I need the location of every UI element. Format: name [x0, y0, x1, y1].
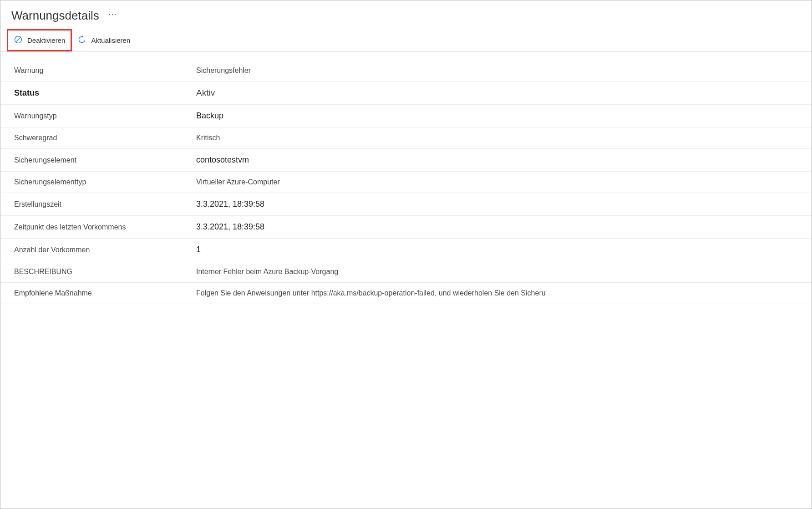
detail-label: Erstellungszeit [14, 200, 196, 209]
deactivate-label: Deaktivieren [27, 36, 65, 44]
detail-label: Warnung [14, 66, 196, 75]
detail-row: WarnungSicherungsfehler [0, 60, 812, 81]
detail-label: Status [14, 88, 196, 98]
detail-row: SchweregradKritisch [0, 127, 812, 149]
detail-row: Empfohlene MaßnahmeFolgen Sie den Anweis… [0, 283, 812, 304]
detail-value: contosotestvm [196, 155, 249, 165]
refresh-button[interactable]: Aktualisieren [72, 31, 136, 50]
page-title: Warnungsdetails [11, 9, 99, 23]
details-list: WarnungSicherungsfehlerStatusAktivWarnun… [0, 52, 812, 304]
more-options-button[interactable]: ··· [108, 10, 118, 19]
detail-label: Sicherungselementtyp [14, 178, 196, 186]
detail-value: Folgen Sie den Anweisungen unter https:/… [196, 289, 546, 297]
detail-label: Schweregrad [14, 134, 196, 142]
detail-value: 3.3.2021, 18:39:58 [196, 199, 264, 209]
detail-label: Sicherungselement [14, 156, 196, 164]
detail-label: BESCHREIBUNG [14, 268, 196, 276]
deactivate-button[interactable]: Deaktivieren [7, 29, 72, 51]
panel-header: Warnungsdetails ··· [0, 0, 812, 26]
detail-value: Sicherungsfehler [196, 66, 251, 75]
detail-label: Warnungstyp [14, 112, 196, 120]
refresh-label: Aktualisieren [91, 36, 130, 44]
detail-row: Anzahl der Vorkommen1 [0, 239, 812, 261]
refresh-icon [77, 35, 86, 46]
detail-label: Anzahl der Vorkommen [14, 246, 196, 254]
detail-row: Zeitpunkt des letzten Vorkommens3.3.2021… [0, 216, 812, 239]
detail-row: WarnungstypBackup [0, 105, 812, 127]
detail-value: Interner Fehler beim Azure Backup-Vorgan… [196, 268, 338, 276]
detail-value: Backup [196, 111, 223, 121]
svg-line-1 [16, 37, 21, 42]
detail-row: SicherungselementtypVirtueller Azure-Com… [0, 172, 812, 193]
detail-value: Kritisch [196, 134, 220, 142]
toolbar: Deaktivieren Aktualisieren [0, 26, 812, 52]
detail-row: Sicherungselementcontosotestvm [0, 149, 812, 172]
detail-value: 1 [196, 245, 201, 254]
detail-value: Virtueller Azure-Computer [196, 178, 280, 186]
detail-value: Aktiv [196, 88, 215, 98]
detail-row: Erstellungszeit3.3.2021, 18:39:58 [0, 193, 812, 216]
detail-value: 3.3.2021, 18:39:58 [196, 222, 264, 232]
detail-label: Empfohlene Maßnahme [14, 289, 196, 297]
detail-label: Zeitpunkt des letzten Vorkommens [14, 223, 196, 231]
detail-row: BESCHREIBUNGInterner Fehler beim Azure B… [0, 261, 812, 283]
block-icon [14, 35, 23, 46]
detail-row: StatusAktiv [0, 81, 812, 105]
alert-details-panel: Warnungsdetails ··· Deaktivieren Aktuali… [0, 0, 812, 509]
